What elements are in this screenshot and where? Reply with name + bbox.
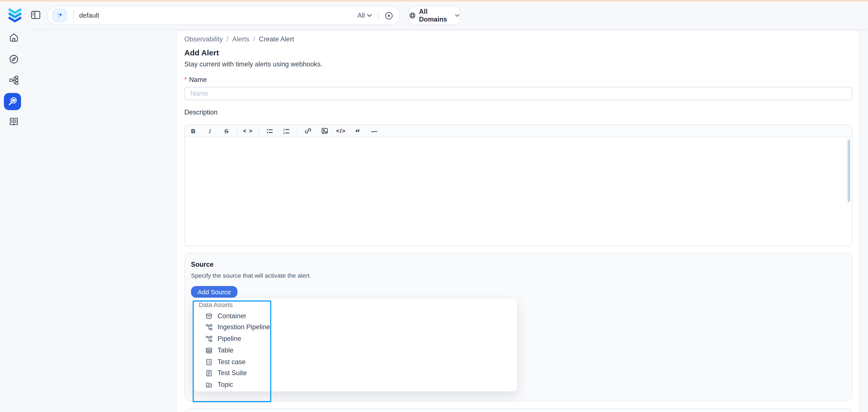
svg-text:2: 2 [283,131,285,134]
breadcrumb-link-alerts[interactable]: Alerts [232,35,249,43]
sidebar-item-learning[interactable] [9,117,19,127]
table-icon [205,347,213,354]
search-divider [73,11,74,20]
breadcrumb: Observability / Alerts / Create Alert [184,35,294,43]
dropdown-option-topic[interactable]: Topic [205,379,233,390]
dropdown-option-ingestion-pipeline[interactable]: Ingestion Pipeline [205,321,270,332]
search-scope-dropdown[interactable]: All [358,12,372,20]
image-icon[interactable] [316,127,333,134]
add-source-button[interactable]: Add Source [191,286,238,298]
app-logo-icon[interactable] [7,7,23,23]
sparkle-icon[interactable] [52,9,67,22]
toolbar-divider [297,128,298,134]
description-editor: B I S < > 1 2 [184,124,853,246]
link-icon[interactable] [300,127,316,134]
page-subtitle: Stay current with timely alerts using we… [184,60,322,68]
description-textarea[interactable] [185,137,852,246]
bulleted-list-icon[interactable] [261,128,278,134]
topic-icon [205,381,213,388]
dropdown-option-container[interactable]: Container [205,311,246,321]
editor-scrollbar[interactable] [847,139,850,202]
circle-x-icon[interactable] [385,11,393,20]
globe-icon [409,12,416,20]
global-search-bar[interactable]: default All [47,6,400,25]
italic-icon[interactable]: I [202,128,218,134]
sidebar-item-explore[interactable] [9,54,19,64]
chevron-down-icon [367,14,372,17]
blockquote-icon[interactable]: “ [349,127,366,135]
notice-strip [0,0,868,2]
domains-hierarchy-icon [9,75,19,85]
next-section-card [184,408,853,412]
dropdown-option-test-case[interactable]: Test case [205,356,246,368]
search-divider [378,11,379,20]
source-section-description: Specify the source that will activate th… [191,272,311,279]
bold-icon[interactable]: B [185,128,202,134]
dropdown-option-pipeline[interactable]: Pipeline [205,333,241,344]
source-section-title: Source [191,261,213,268]
name-input[interactable] [184,87,853,100]
required-marker: * [184,76,187,84]
svg-text:1: 1 [283,128,285,131]
dropdown-option-test-suite[interactable]: Test Suite [205,368,247,378]
breadcrumb-link-observability[interactable]: Observability [184,35,223,43]
home-icon [9,33,19,42]
breadcrumb-separator: / [253,35,255,43]
dropdown-group-label: Data Assets [199,302,233,308]
description-field-label: Description [184,108,218,116]
toolbar-divider [258,128,259,134]
sidebar-item-domains[interactable] [9,75,19,85]
container-icon [205,312,213,319]
dropdown-option-table[interactable]: Table [205,345,234,356]
inline-code-icon[interactable]: < > [240,128,256,134]
toolbar-divider [237,128,238,134]
all-domains-button[interactable]: All Domains [408,6,460,25]
observability-icon [7,96,18,107]
test-case-icon [205,358,213,366]
test-suite-icon [205,369,213,376]
name-field-label: *Name [184,76,207,84]
numbered-list-icon[interactable]: 1 2 [278,128,294,134]
breadcrumb-current: Create Alert [259,35,294,43]
explore-compass-icon [9,54,19,64]
page-title: Add Alert [184,48,219,57]
app-root: default All All Domains [0,0,868,412]
search-scope-label: All [358,12,365,20]
breadcrumb-separator: / [227,35,229,43]
all-domains-label: All Domains [419,8,452,23]
code-block-icon[interactable]: </> [333,128,349,134]
search-input[interactable]: default [79,12,99,20]
chevron-down-icon [455,14,460,17]
strikethrough-icon[interactable]: S [218,128,235,134]
sidebar-toggle-icon[interactable] [31,10,40,20]
editor-toolbar: B I S < > 1 2 [185,125,852,137]
pipeline-icon [205,335,213,342]
sidebar-item-observability[interactable] [4,93,21,110]
horizontal-rule-icon[interactable]: — [366,128,382,134]
left-nav-rail [0,29,28,412]
sidebar-item-home[interactable] [9,33,19,42]
knowledge-book-icon [9,117,19,127]
page-scrollbar-gutter[interactable] [860,30,868,412]
pipeline-icon [205,323,213,330]
